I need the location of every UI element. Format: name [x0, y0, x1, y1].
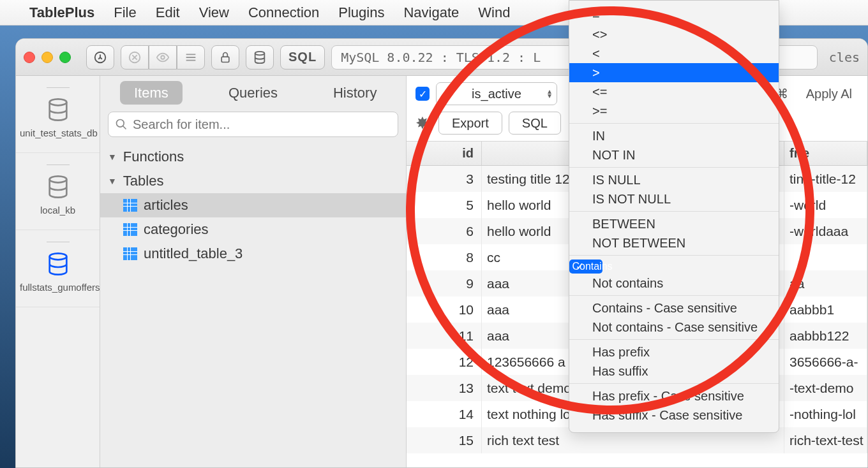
filter-column-select[interactable]: is_active ▴▾	[436, 82, 557, 105]
menu-view[interactable]: View	[199, 4, 229, 21]
svg-point-2	[161, 55, 165, 59]
svg-point-4	[255, 51, 265, 55]
menu-plugins[interactable]: Plugins	[338, 4, 384, 21]
operator-option[interactable]: IS NULL	[569, 170, 779, 189]
cell-friendly-url: -worldaaa	[784, 218, 867, 244]
table-categories[interactable]: categories	[100, 217, 406, 242]
operator-option[interactable]: <>	[569, 25, 779, 44]
operator-option[interactable]: IN	[569, 126, 779, 145]
operator-option[interactable]: >	[569, 63, 779, 82]
connection-rail: unit_test_stats_db local_kb fullstats_gu…	[16, 76, 100, 467]
menu-file[interactable]: File	[114, 4, 136, 21]
close-button[interactable]	[24, 52, 35, 63]
breadcrumb-tail: cles	[824, 50, 860, 65]
minimize-button[interactable]	[41, 52, 53, 63]
functions-folder[interactable]: Functions	[100, 145, 406, 169]
stop-button[interactable]	[121, 45, 149, 69]
rail-connection-0[interactable]: unit_test_stats_db	[16, 76, 100, 153]
table-icon	[123, 247, 137, 260]
operator-option[interactable]: NOT BETWEEN	[569, 233, 779, 252]
cell-friendly-url: aabbb122	[784, 323, 867, 349]
svg-point-6	[49, 176, 66, 182]
operator-option[interactable]: >=	[569, 101, 779, 121]
apply-all-button[interactable]: Apply Al	[800, 84, 858, 104]
table-articles[interactable]: articles	[100, 193, 406, 217]
cell-friendly-url: ting-title-12	[784, 166, 867, 192]
schema-tree: Functions Tables articles categories unt…	[100, 145, 406, 266]
connect-button[interactable]	[86, 45, 114, 69]
cell-friendly-url: -nothing-lol	[784, 401, 867, 427]
svg-rect-3	[221, 57, 229, 62]
operator-option[interactable]: Contains	[569, 260, 602, 274]
tab-history[interactable]: History	[304, 85, 406, 101]
menu-window[interactable]: Wind	[478, 4, 510, 21]
menu-navigate[interactable]: Navigate	[403, 4, 459, 21]
chevron-updown-icon: ▴▾	[548, 89, 551, 98]
operator-option[interactable]: Not contains	[569, 274, 779, 293]
zoom-button[interactable]	[59, 52, 71, 63]
cell-id: 9	[407, 270, 482, 296]
structure-button[interactable]	[177, 45, 205, 69]
filter-enabled-checkbox[interactable]: ✓	[415, 87, 430, 101]
cell-id: 12	[407, 349, 482, 375]
operator-option[interactable]: Has prefix	[569, 342, 779, 362]
sidebar: Items Queries History Functions Tables a…	[100, 76, 407, 467]
rail-connection-1[interactable]: local_kb	[16, 153, 100, 230]
tables-folder[interactable]: Tables	[100, 169, 406, 193]
operator-option[interactable]: NOT IN	[569, 145, 779, 165]
operator-option[interactable]: Has suffix - Case sensitive	[569, 406, 779, 425]
cell-friendly-url	[784, 244, 867, 270]
lock-button[interactable]	[211, 45, 239, 69]
cell-friendly-url: aa	[784, 270, 867, 296]
rail-label: fullstats_gumoffers	[20, 282, 96, 293]
operator-option[interactable]: <=	[569, 82, 779, 101]
table-untitled[interactable]: untitled_table_3	[100, 242, 406, 266]
operator-option[interactable]: Has prefix - Case sensitive	[569, 386, 779, 406]
cell-id: 13	[407, 375, 482, 401]
table-icon	[123, 199, 137, 212]
cell-friendly-url: -text-demo	[784, 375, 867, 401]
operator-option[interactable]: Has suffix	[569, 362, 779, 381]
menu-connection[interactable]: Connection	[248, 4, 319, 21]
operator-option[interactable]: BETWEEN	[569, 214, 779, 233]
cell-id: 11	[407, 323, 482, 349]
cell-friendly-url: rich-text-test	[784, 427, 867, 453]
tab-queries[interactable]: Queries	[202, 85, 304, 101]
operator-option[interactable]: Not contains - Case sensitive	[569, 318, 779, 337]
cell-friendly-url: aabbb1	[784, 296, 867, 323]
search-input[interactable]	[133, 117, 391, 132]
col-id[interactable]: id	[407, 142, 482, 165]
rail-label: local_kb	[20, 205, 96, 216]
cell-id: 8	[407, 244, 482, 270]
svg-point-7	[49, 253, 66, 260]
cell-id: 14	[407, 401, 482, 427]
svg-point-8	[117, 120, 124, 128]
cell-id: 5	[407, 192, 482, 218]
export-button[interactable]: Export	[438, 112, 502, 135]
sql-view-button[interactable]: SQL	[509, 112, 561, 135]
preview-button[interactable]	[149, 45, 177, 69]
table-icon	[123, 223, 137, 236]
operator-option[interactable]: IS NOT NULL	[569, 189, 779, 208]
menu-edit[interactable]: Edit	[156, 4, 180, 21]
sql-button[interactable]: SQL	[280, 45, 325, 69]
operator-option[interactable]: =	[569, 6, 779, 25]
gear-icon[interactable]: ✸	[415, 113, 430, 133]
database-button[interactable]	[246, 45, 274, 69]
app-menu[interactable]: TablePlus	[29, 4, 94, 21]
tab-items[interactable]: Items	[100, 85, 202, 101]
cell-friendly-url: 3656666-a-	[784, 349, 867, 375]
operator-option[interactable]: Contains - Case sensitive	[569, 298, 779, 318]
sidebar-search[interactable]	[108, 112, 398, 137]
rail-label: unit_test_stats_db	[20, 128, 96, 138]
window-controls	[24, 52, 71, 63]
operator-dropdown[interactable]: =<><><=>=INNOT INIS NULLIS NOT NULLBETWE…	[569, 0, 779, 433]
col-friendly-url[interactable]: frie	[784, 142, 867, 165]
svg-point-5	[49, 99, 66, 105]
cell-id: 10	[407, 296, 482, 323]
cell-id: 3	[407, 166, 482, 192]
operator-option[interactable]: <	[569, 44, 779, 63]
cell-id: 6	[407, 218, 482, 244]
cell-friendly-url: -world	[784, 192, 867, 218]
rail-connection-2[interactable]: fullstats_gumoffers	[16, 230, 100, 307]
